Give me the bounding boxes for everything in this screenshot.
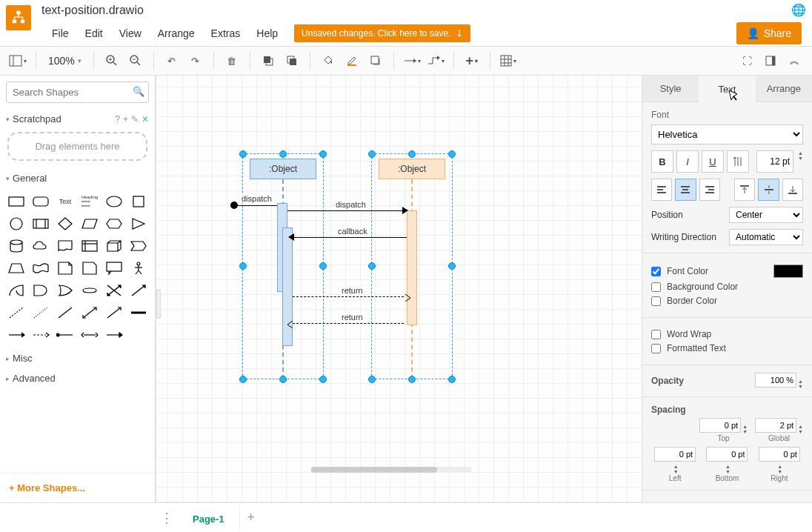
selection-handle[interactable] [368, 262, 376, 270]
shape-parallelogram[interactable] [78, 213, 101, 234]
shape-process[interactable] [29, 213, 52, 234]
search-icon[interactable]: 🔍 [133, 86, 144, 97]
waypoint-icon[interactable]: ▾ [425, 50, 446, 71]
fullscreen-icon[interactable]: ⛶ [736, 50, 757, 71]
shape-ellipse[interactable] [103, 191, 126, 212]
align-center-button[interactable] [675, 179, 696, 201]
shape-link-open[interactable] [53, 325, 76, 345]
arrow-return-2[interactable] [293, 323, 404, 324]
shape-heading[interactable]: Heading━━━━━━ [78, 191, 101, 212]
selection-handle[interactable] [368, 376, 376, 383]
menu-extras[interactable]: Extras [204, 24, 248, 42]
align-right-button[interactable] [699, 179, 720, 201]
position-select[interactable]: Center [729, 207, 803, 223]
general-section-header[interactable]: ▾ General [0, 168, 155, 188]
sidebar-toggle-icon[interactable]: ▾ [7, 50, 28, 71]
shape-hexagon[interactable] [103, 213, 126, 234]
shape-text[interactable]: Text [53, 191, 76, 212]
shape-cloud[interactable] [29, 236, 52, 256]
delete-icon[interactable]: 🗑 [222, 50, 242, 71]
valign-middle-button[interactable] [758, 179, 779, 201]
shape-square[interactable] [127, 191, 150, 212]
selection-handle[interactable] [448, 262, 456, 270]
label-dispatch-1[interactable]: dispatch [240, 194, 273, 203]
menu-help[interactable]: Help [249, 24, 285, 42]
spacing-global-input[interactable] [755, 418, 796, 433]
bg-color-checkbox[interactable] [651, 282, 661, 292]
unsaved-banner[interactable]: Unsaved changes. Click here to save. ⤓ [294, 24, 470, 42]
shape-tape[interactable] [29, 258, 52, 279]
shape-line-dotted[interactable] [29, 302, 52, 323]
shape-line-dashed[interactable] [4, 302, 27, 323]
selection-handle[interactable] [279, 150, 287, 158]
advanced-section-header[interactable]: ▸ Advanced [0, 368, 155, 388]
shape-link-closed[interactable] [103, 325, 126, 345]
shape-line[interactable] [53, 302, 76, 323]
add-page-button[interactable]: + [240, 510, 262, 525]
font-color-checkbox[interactable] [651, 267, 661, 276]
menu-file[interactable]: File [44, 24, 76, 42]
menu-view[interactable]: View [112, 24, 149, 42]
font-select[interactable]: Helvetica [651, 124, 803, 144]
line-color-icon[interactable] [342, 50, 362, 71]
zoom-in-icon[interactable] [102, 50, 122, 71]
zoom-control[interactable]: 100%▾ [44, 55, 86, 67]
shape-dir-arrow[interactable] [103, 302, 126, 323]
shape-rectangle[interactable] [4, 191, 27, 212]
shape-curve[interactable] [4, 280, 27, 301]
formatted-text-checkbox[interactable] [651, 344, 661, 353]
tab-arrange[interactable]: Arrange [756, 76, 812, 102]
italic-button[interactable]: I [676, 150, 699, 173]
app-logo[interactable] [6, 5, 31, 30]
selection-handle[interactable] [408, 376, 416, 383]
diagram-object-right[interactable]: :Object [379, 159, 445, 179]
selection-handle[interactable] [448, 150, 456, 158]
redo-icon[interactable]: ↷ [185, 50, 206, 71]
valign-bottom-button[interactable] [782, 179, 803, 201]
sidebar-resize-handle[interactable] [156, 289, 161, 319]
document-title[interactable]: text-position.drawio [41, 4, 144, 17]
shape-and[interactable] [29, 280, 52, 301]
help-icon[interactable]: ? [115, 114, 120, 124]
shadow-icon[interactable] [365, 50, 386, 71]
share-button[interactable]: 👤 Share [736, 22, 802, 44]
undo-icon[interactable]: ↶ [162, 50, 182, 71]
shape-actor[interactable] [127, 258, 150, 279]
shape-card[interactable] [78, 258, 101, 279]
bold-button[interactable]: B [651, 150, 673, 173]
format-panel-toggle-icon[interactable] [760, 50, 781, 71]
page-menu-button[interactable]: ⋮ [156, 510, 178, 526]
font-size-spinner[interactable]: ▲▼ [798, 150, 803, 173]
selection-handle[interactable] [448, 376, 456, 383]
shape-rounded-rect[interactable] [29, 191, 52, 212]
opacity-input[interactable] [755, 373, 796, 388]
shape-cube[interactable] [103, 236, 126, 256]
arrow-dispatch-2[interactable] [287, 210, 407, 211]
align-left-button[interactable] [651, 179, 672, 201]
label-return-2[interactable]: return [340, 313, 365, 322]
tab-text[interactable]: Text [699, 76, 755, 102]
shape-link-both[interactable] [78, 325, 101, 345]
shape-note[interactable] [53, 258, 76, 279]
shape-diamond[interactable] [53, 213, 76, 234]
selection-handle[interactable] [319, 262, 327, 270]
spacing-left-input[interactable] [654, 447, 696, 462]
selection-handle[interactable] [239, 150, 247, 158]
arrow-callback[interactable] [293, 237, 407, 238]
language-icon[interactable]: 🌐 [791, 3, 806, 17]
misc-section-header[interactable]: ▸ Misc [0, 348, 155, 368]
spacing-right-input[interactable] [759, 447, 800, 462]
shape-cylinder[interactable] [4, 236, 27, 256]
add-icon[interactable]: + [123, 114, 128, 124]
shape-callout[interactable] [103, 258, 126, 279]
menu-arrange[interactable]: Arrange [150, 24, 202, 42]
shape-document[interactable] [53, 236, 76, 256]
valign-top-button[interactable] [734, 179, 755, 201]
edit-icon[interactable]: ✎ [131, 114, 139, 124]
shape-arrow-both[interactable] [103, 280, 126, 301]
font-color-swatch[interactable] [773, 265, 803, 278]
fill-color-icon[interactable] [318, 50, 339, 71]
collapse-icon[interactable]: ︽ [784, 50, 805, 71]
writing-direction-select[interactable]: Automatic [729, 229, 803, 245]
label-callback[interactable]: callback [336, 227, 369, 236]
